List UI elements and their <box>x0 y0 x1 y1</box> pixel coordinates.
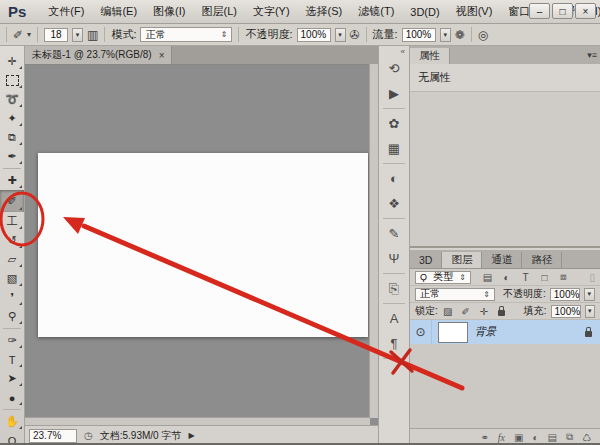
close-button[interactable]: × <box>575 3 596 19</box>
menu-layer[interactable]: 图层(L) <box>193 0 244 23</box>
quick-selection-tool[interactable]: ✦ <box>0 109 24 128</box>
history-panel-icon[interactable]: ⟲ <box>379 56 409 81</box>
chevron-down-icon[interactable]: ▾ <box>27 30 31 39</box>
collapse-panels-icon[interactable]: « <box>379 46 409 56</box>
new-adjustment-layer-icon[interactable]: ◐ <box>532 432 538 443</box>
filter-pixel-icon[interactable]: ▤ <box>481 272 494 283</box>
brush-presets-panel-icon[interactable]: Ψ <box>379 246 409 271</box>
zoom-level-field[interactable]: 23.7% <box>29 429 77 443</box>
pressure-size-icon[interactable]: ◎ <box>478 28 488 42</box>
adjustments-panel-icon[interactable]: ◐ <box>379 166 409 191</box>
brush-preset-icon[interactable]: ✐ <box>13 28 23 42</box>
menu-image[interactable]: 图像(I) <box>145 0 193 23</box>
dodge-tool[interactable]: ⚲ <box>0 307 24 326</box>
document-tab[interactable]: 未标题-1 @ 23.7%(RGB/8) × <box>25 46 172 64</box>
crop-tool[interactable]: ⧉ <box>0 128 24 147</box>
layer-opacity-field[interactable]: 100% <box>550 288 580 301</box>
minimize-button-icon: – <box>537 6 543 17</box>
lock-all-icon[interactable] <box>496 305 508 317</box>
new-layer-icon[interactable]: ⧉ <box>566 431 573 443</box>
color-panel-icon[interactable]: ✿ <box>379 111 409 136</box>
horizontal-scrollbar[interactable] <box>25 417 370 425</box>
rectangular-marquee-tool[interactable] <box>0 71 24 90</box>
pen-tool[interactable]: ✑ <box>0 331 24 350</box>
blur-tool[interactable]: ❜ <box>0 288 24 307</box>
toggle-brush-panel-icon[interactable]: ▥ <box>87 28 98 42</box>
fill-dropdown[interactable]: ▾ <box>585 305 595 318</box>
lock-paint-icon[interactable]: ✐ <box>460 305 472 317</box>
filter-type-select[interactable]: Ϙ 类型 ⇕ <box>415 271 471 284</box>
filter-switch-icon[interactable]: ▯ <box>589 272 595 283</box>
hand-tool[interactable]: ✋ <box>0 412 24 431</box>
layer-opacity-dropdown[interactable]: ▾ <box>584 288 595 301</box>
styles-panel-icon[interactable]: ❖ <box>379 191 409 216</box>
brush-tool[interactable]: ✐ <box>0 190 24 212</box>
eraser-tool-icon: ▱ <box>8 253 16 266</box>
menu-view[interactable]: 视图(V) <box>448 0 501 23</box>
zoom-tool[interactable]: Ϙ <box>0 431 24 445</box>
layer-name[interactable]: 背景 <box>475 325 496 339</box>
brush-size-dropdown[interactable]: ▾ <box>72 28 83 42</box>
clone-source-panel-icon[interactable]: ⎘ <box>379 276 409 301</box>
tab-paths[interactable]: 路径 <box>522 252 562 268</box>
swatches-panel-icon[interactable]: ▦ <box>379 136 409 161</box>
add-layer-mask-icon[interactable]: ▣ <box>514 432 523 443</box>
delete-layer-icon[interactable]: ♺ <box>582 432 591 443</box>
layer-thumbnail[interactable] <box>438 322 468 343</box>
close-tab-icon[interactable]: × <box>159 50 165 61</box>
maximize-button[interactable]: □ <box>552 3 573 19</box>
flow-dropdown[interactable]: ▾ <box>440 28 451 42</box>
move-tool[interactable]: ✛ <box>0 52 24 71</box>
brush-panel-icon[interactable]: ✎ <box>379 221 409 246</box>
opacity-field[interactable]: 100% <box>297 28 331 42</box>
lock-transparency-icon[interactable]: ▨ <box>442 305 454 317</box>
type-tool[interactable]: T <box>0 350 24 369</box>
minimize-button[interactable]: – <box>529 3 550 19</box>
mode-select[interactable]: 正常 ⇕ <box>140 27 232 42</box>
document-tab-title: 未标题-1 @ 23.7%(RGB/8) <box>32 48 152 62</box>
clone-stamp-tool[interactable]: 工 <box>0 212 24 231</box>
opacity-dropdown[interactable]: ▾ <box>335 28 346 42</box>
menu-3d[interactable]: 3D(D) <box>402 0 447 23</box>
airbrush-icon[interactable]: ❁ <box>455 28 465 42</box>
panel-menu-icon[interactable]: ▾≡ <box>587 50 597 60</box>
menu-select[interactable]: 选择(S) <box>298 0 351 23</box>
paragraph-panel-icon[interactable]: ¶ <box>379 331 409 356</box>
pressure-opacity-icon[interactable]: ✇ <box>350 28 360 42</box>
lasso-tool[interactable]: ➰ <box>0 90 24 109</box>
actions-panel-icon[interactable]: ▶ <box>379 81 409 106</box>
tab-layers[interactable]: 图层 <box>442 252 482 268</box>
tab-3d[interactable]: 3D <box>410 252 442 268</box>
filter-adjustment-icon[interactable]: ◐ <box>500 272 513 283</box>
path-selection-tool[interactable]: ➤ <box>0 369 24 388</box>
filter-shape-icon[interactable]: □ <box>538 272 551 283</box>
eyedropper-tool[interactable]: ✒ <box>0 147 24 166</box>
brush-size-field[interactable]: 18 <box>44 28 68 42</box>
lock-move-icon[interactable]: ✛ <box>478 305 490 317</box>
new-group-icon[interactable]: ▤ <box>547 432 556 443</box>
layer-visibility-eye-icon[interactable]: ⊙ <box>410 320 432 344</box>
character-panel-icon[interactable]: A <box>379 306 409 331</box>
menu-type[interactable]: 文字(Y) <box>245 0 298 23</box>
canvas[interactable] <box>38 153 368 337</box>
filter-type-icon[interactable]: T <box>519 272 532 283</box>
fill-field[interactable]: 100% <box>551 305 581 318</box>
gradient-tool[interactable]: ▧ <box>0 269 24 288</box>
tab-channels[interactable]: 通道 <box>482 252 522 268</box>
tab-properties[interactable]: 属性 <box>410 48 450 64</box>
history-brush-tool[interactable]: ↺ <box>0 231 24 250</box>
blend-mode-select[interactable]: 正常 ⇕ <box>415 288 495 301</box>
flow-field[interactable]: 100% <box>402 28 436 42</box>
vertical-scrollbar[interactable] <box>369 64 378 418</box>
eraser-tool[interactable]: ▱ <box>0 250 24 269</box>
layer-style-icon[interactable]: fx <box>498 432 505 443</box>
menu-edit[interactable]: 编辑(E) <box>92 0 145 23</box>
menu-file[interactable]: 文件(F) <box>40 0 92 23</box>
spot-healing-brush-tool[interactable]: ✚ <box>0 171 24 190</box>
status-expand-icon[interactable]: ▶ <box>188 431 194 440</box>
layer-row-background[interactable]: ⊙ 背景 <box>410 320 600 345</box>
shape-tool[interactable]: ● <box>0 388 24 407</box>
filter-smart-object-icon[interactable]: ⧈ <box>557 271 570 283</box>
link-layers-icon[interactable]: ⚭ <box>480 432 488 443</box>
menu-filter[interactable]: 滤镜(T) <box>350 0 402 23</box>
